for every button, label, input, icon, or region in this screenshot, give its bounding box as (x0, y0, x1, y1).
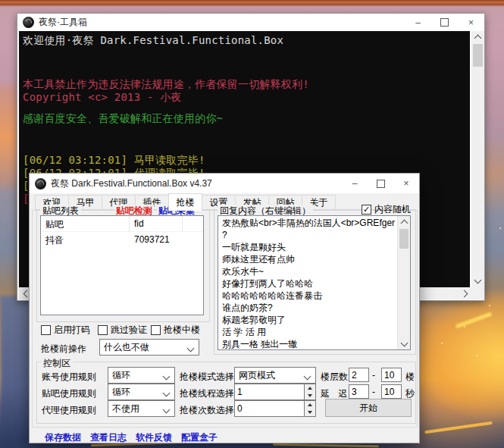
maximize-button[interactable] (368, 174, 393, 193)
chevron-down-icon (187, 345, 195, 352)
console-window-title: 夜祭·工具箱 (39, 16, 87, 29)
skip-verify-checkbox[interactable]: 跳过验证 (98, 324, 147, 337)
wallpaper-star (499, 227, 501, 229)
grab-mode-select[interactable]: 网页模式 (234, 367, 316, 384)
content-random-label: 内容随机 (374, 203, 411, 216)
view-log-link[interactable]: 查看日志 (90, 431, 127, 444)
tab-grab-floor[interactable]: 抢楼 (168, 193, 202, 211)
maximize-button[interactable] (431, 14, 458, 31)
spin-down-button[interactable] (305, 409, 315, 416)
dialog-titlebar[interactable]: 夜祭 Dark.Festival.Functional.Box v4.37 – … (30, 174, 419, 193)
tieba-list-row[interactable]: 抖音 7093721 (41, 232, 203, 247)
account-rule-value: 循环 (112, 369, 130, 382)
reply-item[interactable]: ? (219, 229, 397, 241)
delay-from-input[interactable] (349, 384, 369, 399)
pre-action-select[interactable]: 什么也不做 (99, 339, 199, 356)
scrollbar-thumb[interactable] (399, 229, 409, 249)
close-icon: × (468, 18, 474, 27)
scroll-up-button[interactable] (471, 31, 484, 43)
reply-item[interactable]: 发热敷贴<br>非隔热的法国人<br>GREfger (219, 217, 397, 229)
spin-down-icon (308, 394, 312, 397)
save-data-link[interactable]: 保存数据 (45, 431, 81, 444)
spin-up-button[interactable] (305, 384, 315, 392)
reply-item[interactable]: 一听就是颗好头 (219, 241, 397, 253)
scroll-down-button[interactable] (471, 275, 484, 287)
skip-verify-label: 跳过验证 (111, 324, 147, 337)
chevron-down-icon (304, 373, 311, 381)
checkbox-unchecked-icon (98, 325, 108, 335)
spin-up-icon (308, 403, 312, 406)
scroll-up-button[interactable] (398, 216, 410, 227)
reply-item[interactable]: 谁点的奶茶? (219, 302, 397, 314)
close-button[interactable]: × (458, 14, 484, 31)
config-box-link[interactable]: 配置盒子 (181, 431, 218, 444)
software-feedback-link[interactable]: 软件反馈 (136, 431, 172, 444)
reply-items: 发热敷贴<br>非隔热的法国人<br>GREfger ? 一听就是颗好头 师妹这… (219, 217, 397, 349)
grab-times-label: 抢楼次数选择 (180, 404, 234, 417)
scrollbar-thumb[interactable] (473, 44, 483, 67)
tieba-rule-select[interactable]: 循环 (108, 384, 175, 400)
spin-up-icon (308, 387, 312, 390)
thread-count-stepper[interactable] (305, 384, 316, 400)
minimize-button[interactable]: – (405, 14, 431, 31)
column-header-fid[interactable]: fid (130, 216, 183, 231)
tieba-list-header[interactable]: 贴吧 fid (41, 216, 203, 232)
reply-item[interactable]: 欢乐水牛~ (219, 265, 397, 277)
wallpaper-streak (424, 421, 493, 434)
column-header-tieba[interactable]: 贴吧 (41, 216, 130, 231)
chevron-up-icon (474, 35, 482, 42)
chevron-right-icon (460, 290, 468, 297)
scroll-down-button[interactable] (398, 338, 410, 349)
checkbox-unchecked-icon (151, 325, 161, 335)
wallpaper-star (464, 326, 465, 327)
console-titlebar[interactable]: 夜祭·工具箱 – × (17, 14, 484, 31)
console-vertical-scrollbar[interactable] (471, 31, 484, 287)
pre-action-value: 什么也不做 (104, 341, 149, 354)
range-dash: - (372, 370, 375, 381)
checkbox-unchecked-icon (41, 325, 51, 335)
close-button[interactable]: × (393, 174, 419, 193)
floor-in-floor-checkbox[interactable]: 抢楼中楼 (151, 324, 200, 337)
tieba-fid-cell: 7093721 (130, 232, 183, 247)
start-button[interactable]: 开始 (325, 399, 412, 417)
resize-grip[interactable] (471, 287, 484, 299)
chevron-down-icon (400, 339, 408, 346)
app-icon (35, 178, 46, 190)
reply-item[interactable]: 别具一格 独出一辙 (219, 338, 397, 349)
chevron-down-icon (163, 390, 171, 397)
delay-to-input[interactable] (381, 384, 402, 399)
checkbox-checked-icon: ✓ (362, 205, 371, 215)
reply-item[interactable]: 师妹这里还有点帅 (219, 253, 397, 265)
footer-links: 保存数据 查看日志 软件反馈 配置盒子 (45, 431, 218, 444)
enable-captcha-label: 启用打码 (54, 324, 90, 337)
reply-list-scrollbar[interactable] (397, 216, 410, 349)
thread-count-input[interactable] (234, 384, 305, 400)
spin-down-button[interactable] (305, 392, 315, 399)
reply-item[interactable]: 活 学 活 用 (219, 326, 397, 338)
scroll-right-button[interactable] (459, 287, 471, 299)
console-line: [06/12 03:12:01] 马甲读取完毕! (23, 154, 205, 168)
reply-content-listbox[interactable]: 发热敷贴<br>非隔热的法国人<br>GREfger ? 一听就是颗好头 师妹这… (218, 215, 411, 350)
spin-up-button[interactable] (305, 401, 315, 409)
reply-item[interactable]: 好像打到两人了哈哈哈 (219, 277, 397, 290)
reply-item[interactable]: 标题老郭敬明了 (219, 314, 397, 326)
wallpaper-star (476, 355, 477, 356)
floor-to-input[interactable] (381, 368, 402, 382)
tieba-listview[interactable]: 贴吧 fid 抖音 7093721 (40, 215, 204, 315)
proxy-rule-select[interactable]: 不使用 (108, 400, 175, 417)
chevron-down-icon (474, 277, 482, 284)
content-random-checkbox[interactable]: ✓ 内容随机 (362, 203, 411, 216)
grab-times-input[interactable] (234, 400, 305, 417)
account-rule-select[interactable]: 循环 (108, 367, 175, 384)
spin-down-icon (308, 411, 312, 414)
reply-item[interactable]: 哈哈哈哈哈哈哈连番暴击 (219, 290, 397, 302)
grab-times-stepper[interactable] (305, 400, 316, 417)
enable-captcha-checkbox[interactable]: 启用打码 (41, 324, 90, 337)
minimize-button[interactable]: – (342, 174, 368, 193)
app-icon (23, 17, 34, 28)
wallpaper-streak (455, 312, 493, 329)
tieba-rule-label: 贴吧使用规则 (42, 387, 96, 400)
console-line: Copyright <c> 2013 - 小夜 (23, 91, 182, 105)
chevron-down-icon (163, 406, 171, 414)
floor-from-input[interactable] (349, 368, 369, 382)
